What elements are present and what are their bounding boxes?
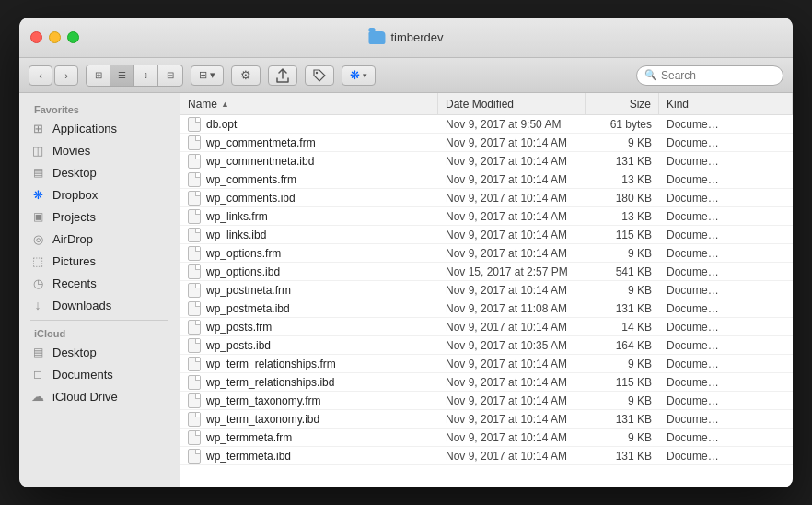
dropbox-icon: ❋: [350, 68, 360, 82]
table-row[interactable]: wp_comments.frm Nov 9, 2017 at 10:14 AM …: [180, 170, 793, 189]
table-row[interactable]: wp_commentmeta.frm Nov 9, 2017 at 10:14 …: [180, 134, 793, 152]
sidebar-item-movies[interactable]: Movies: [19, 139, 180, 161]
share-button[interactable]: [268, 65, 297, 86]
window-title-area: timberdev: [368, 30, 443, 44]
file-kind: Docume…: [659, 302, 793, 315]
sidebar-item-downloads[interactable]: Downloads: [19, 294, 180, 316]
table-row[interactable]: wp_term_relationships.frm Nov 9, 2017 at…: [180, 355, 793, 373]
file-kind: Docume…: [659, 118, 793, 131]
recents-icon: [30, 276, 45, 290]
table-row[interactable]: wp_links.ibd Nov 9, 2017 at 10:14 AM 115…: [180, 226, 793, 244]
sidebar-item-icloud-drive[interactable]: iCloud Drive: [19, 385, 180, 407]
table-row[interactable]: wp_options.ibd Nov 15, 2017 at 2:57 PM 5…: [180, 263, 793, 281]
minimize-button[interactable]: [49, 31, 61, 43]
column-header-size[interactable]: Size: [586, 93, 659, 114]
sidebar-item-recents[interactable]: Recents: [19, 272, 180, 294]
share-icon: [276, 68, 289, 83]
file-name: wp_postmeta.ibd: [206, 302, 290, 315]
file-name: wp_links.ibd: [206, 229, 266, 241]
table-row[interactable]: wp_postmeta.frm Nov 9, 2017 at 10:14 AM …: [180, 281, 793, 299]
sidebar-item-projects[interactable]: Projects: [19, 206, 180, 228]
file-date: Nov 9, 2017 at 10:14 AM: [438, 376, 586, 389]
file-icon: [188, 117, 201, 132]
airdrop-icon: [30, 231, 45, 246]
nav-buttons: ‹ ›: [29, 65, 78, 86]
arrange-button[interactable]: ⊞ ▾: [191, 65, 224, 86]
file-date: Nov 9, 2017 at 10:35 AM: [438, 339, 586, 352]
file-icon: [188, 301, 201, 316]
file-icon: [188, 135, 201, 150]
file-size: 131 KB: [586, 450, 659, 463]
file-icon: [188, 449, 201, 464]
table-row[interactable]: db.opt Nov 9, 2017 at 9:50 AM 61 bytes D…: [180, 115, 793, 134]
file-name: wp_posts.ibd: [206, 339, 271, 352]
table-row[interactable]: wp_term_taxonomy.ibd Nov 9, 2017 at 10:1…: [180, 410, 793, 429]
file-date: Nov 9, 2017 at 10:14 AM: [438, 136, 586, 149]
gallery-view-button[interactable]: ⊟: [158, 65, 182, 86]
file-icon: [188, 154, 201, 169]
action-button[interactable]: ⚙: [231, 65, 261, 86]
table-row[interactable]: wp_posts.ibd Nov 9, 2017 at 10:35 AM 164…: [180, 336, 793, 355]
search-box[interactable]: 🔍: [636, 65, 783, 86]
file-kind: Docume…: [659, 173, 793, 186]
file-kind: Docume…: [659, 321, 793, 334]
file-name: wp_termmeta.frm: [206, 431, 292, 444]
file-name: wp_options.ibd: [206, 265, 280, 278]
sidebar-item-applications[interactable]: Applications: [19, 117, 180, 139]
sidebar-item-label-movies: Movies: [52, 144, 90, 158]
search-input[interactable]: [661, 69, 775, 82]
column-header-date[interactable]: Date Modified: [438, 93, 586, 114]
dropbox-button[interactable]: ❋ ▾: [342, 65, 376, 86]
back-button[interactable]: ‹: [29, 65, 52, 86]
close-button[interactable]: [30, 31, 42, 43]
file-size: 13 KB: [586, 210, 659, 223]
file-size: 115 KB: [586, 229, 659, 241]
pictures-icon: [30, 253, 45, 268]
sidebar-item-label-recents: Recents: [52, 276, 97, 290]
file-name: wp_postmeta.frm: [206, 284, 291, 297]
file-name: wp_term_relationships.frm: [206, 358, 336, 370]
list-view-button[interactable]: ☰: [110, 65, 134, 86]
column-header-kind[interactable]: Kind: [659, 93, 793, 114]
tag-button[interactable]: [305, 65, 334, 86]
traffic-lights: [30, 31, 79, 43]
table-row[interactable]: wp_termmeta.ibd Nov 9, 2017 at 10:14 AM …: [180, 447, 793, 465]
table-row[interactable]: wp_postmeta.ibd Nov 9, 2017 at 11:08 AM …: [180, 299, 793, 318]
view-mode-group: ⊞ ☰ ⫾ ⊟: [86, 65, 183, 87]
sidebar-item-pictures[interactable]: Pictures: [19, 250, 180, 272]
sidebar-item-dropbox[interactable]: Dropbox: [19, 183, 180, 206]
table-row[interactable]: wp_posts.frm Nov 9, 2017 at 10:14 AM 14 …: [180, 318, 793, 336]
file-kind: Docume…: [659, 210, 793, 223]
column-name-label: Name: [188, 98, 217, 111]
forward-button[interactable]: ›: [54, 65, 78, 86]
file-kind: Docume…: [659, 136, 793, 149]
file-kind: Docume…: [659, 358, 793, 370]
file-kind: Docume…: [659, 265, 793, 278]
table-row[interactable]: wp_links.frm Nov 9, 2017 at 10:14 AM 13 …: [180, 207, 793, 226]
sidebar-item-label-icloud-drive: iCloud Drive: [52, 390, 118, 404]
file-name: wp_term_relationships.ibd: [206, 376, 334, 389]
file-date: Nov 9, 2017 at 10:14 AM: [438, 229, 586, 241]
file-name: db.opt: [206, 118, 237, 131]
sidebar-item-airdrop[interactable]: AirDrop: [19, 228, 180, 250]
icloud-drive-icon: [30, 389, 45, 404]
maximize-button[interactable]: [67, 31, 79, 43]
sidebar-item-label-airdrop: AirDrop: [52, 232, 93, 246]
file-size: 131 KB: [586, 413, 659, 426]
sidebar-item-documents[interactable]: Documents: [19, 363, 180, 385]
table-row[interactable]: wp_term_taxonomy.frm Nov 9, 2017 at 10:1…: [180, 392, 793, 410]
sidebar-item-desktop[interactable]: Desktop: [19, 161, 180, 183]
column-header-name[interactable]: Name ▲: [180, 93, 438, 114]
file-name: wp_termmeta.ibd: [206, 450, 291, 463]
icon-view-button[interactable]: ⊞: [87, 65, 110, 86]
table-row[interactable]: wp_options.frm Nov 9, 2017 at 10:14 AM 9…: [180, 244, 793, 263]
table-row[interactable]: wp_comments.ibd Nov 9, 2017 at 10:14 AM …: [180, 189, 793, 207]
table-row[interactable]: wp_term_relationships.ibd Nov 9, 2017 at…: [180, 373, 793, 392]
sidebar-item-icloud-desktop[interactable]: Desktop: [19, 341, 180, 363]
table-row[interactable]: wp_termmeta.frm Nov 9, 2017 at 10:14 AM …: [180, 429, 793, 447]
file-name: wp_commentmeta.frm: [206, 136, 316, 149]
file-name: wp_comments.frm: [206, 173, 296, 186]
file-list: Name ▲ Date Modified Size Kind db.opt No…: [180, 93, 793, 487]
table-row[interactable]: wp_commentmeta.ibd Nov 9, 2017 at 10:14 …: [180, 152, 793, 170]
column-view-button[interactable]: ⫾: [134, 65, 158, 86]
